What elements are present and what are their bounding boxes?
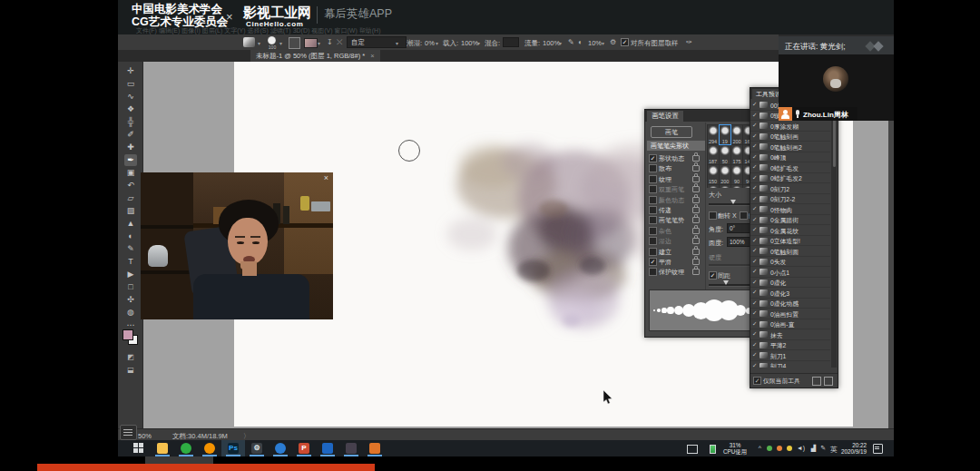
brush-option-checkbox[interactable] (649, 216, 657, 224)
wet-value[interactable]: 0% (425, 39, 435, 47)
tool-preset-item[interactable]: ✓0虚化动感 (750, 299, 830, 309)
taskbar-photoshop[interactable]: Ps (221, 440, 245, 456)
quick-selection-tool[interactable]: ❖ (124, 103, 137, 115)
taskbar-powerpoint[interactable]: P (292, 440, 316, 456)
brush-option-checkbox[interactable] (649, 206, 657, 214)
flip-x-checkbox[interactable] (709, 211, 717, 220)
path-selection-tool[interactable]: ▶ (124, 269, 137, 280)
tool-preset-item[interactable]: ✓0怪物肉 (750, 204, 830, 215)
brush-option-checkbox[interactable] (649, 196, 657, 204)
brush-option[interactable]: 保护纹理 (647, 266, 703, 276)
move-tool[interactable]: ✛ (124, 65, 137, 77)
brush-tip-extra[interactable] (731, 185, 742, 189)
tray-network-icon[interactable]: ▟ (811, 445, 816, 452)
lasso-tool[interactable]: ∿ (124, 91, 137, 103)
taskbar-app-orange[interactable] (363, 440, 387, 456)
brush-tip-19[interactable]: 19 (720, 125, 730, 144)
brush-option-checkbox[interactable] (649, 227, 657, 235)
action-center-icon[interactable] (873, 444, 883, 454)
brush-option-checkbox[interactable] (649, 185, 657, 193)
eraser-tool[interactable]: ▱ (124, 192, 137, 204)
tool-preset-item[interactable]: ✓刻刀1 (750, 350, 830, 361)
marquee-tool[interactable]: ▭ (124, 78, 137, 90)
tool-preset-item[interactable]: ✓0笔触刻画 (750, 132, 830, 142)
mixer-brush-tool[interactable]: ✒ (124, 154, 137, 166)
tool-preset-item[interactable]: ✓0油画-直 (750, 319, 830, 330)
brush-tip-175[interactable]: 175 (731, 145, 742, 164)
brush-load-swatch[interactable] (304, 38, 318, 48)
eyedropper-tool[interactable]: ✐ (124, 129, 137, 141)
taskbar-settings[interactable]: ⚙ (245, 440, 269, 456)
wet-caret-icon[interactable]: ▾ (436, 40, 438, 46)
brush-settings-tab[interactable]: 画笔设置 (647, 111, 683, 122)
tool-preset-item[interactable]: ✓0蜡扩毛发2 (750, 173, 830, 184)
tray-orange-icon[interactable] (777, 446, 782, 451)
smoothing-icon[interactable]: ◐ (578, 38, 583, 46)
tool-preset-item[interactable]: ✓0立体造型! (750, 236, 830, 247)
pen-pressure-icon[interactable]: ✑ (686, 38, 692, 46)
brush-option[interactable]: ✓平滑 (647, 256, 703, 266)
brush-option[interactable]: 散布 (647, 162, 703, 172)
webcam-overlay[interactable]: × (141, 172, 333, 319)
sample-all-layers-checkbox[interactable]: ✓ (621, 38, 629, 46)
zoom-level[interactable]: 50% (138, 432, 152, 440)
tool-preset-item[interactable]: ✓平薄2 (750, 340, 830, 351)
tray-green-icon[interactable] (767, 446, 772, 451)
type-tool[interactable]: T (124, 256, 137, 268)
taskbar-photos[interactable] (316, 440, 339, 456)
tool-preset-item[interactable]: ✓0刻刀2-2 (750, 194, 830, 205)
flip-y-checkbox[interactable] (740, 211, 748, 220)
brush-option[interactable]: ✓形状动态 (647, 152, 703, 162)
taskbar-file-explorer[interactable] (151, 440, 174, 456)
load-caret-icon[interactable]: ▾ (477, 40, 480, 46)
canvas-menu-button[interactable] (120, 425, 137, 440)
airbrush-icon[interactable]: ✎ (568, 38, 574, 46)
brush-option-checkbox[interactable]: ✓ (649, 154, 657, 162)
screen-mode-icon[interactable]: ⬓ (124, 365, 137, 376)
new-preset-icon[interactable] (812, 377, 821, 386)
brush-option-checkbox[interactable] (649, 237, 657, 245)
smoothing-gear-icon[interactable]: ⚙ (610, 38, 616, 46)
brush-tip-90[interactable]: 90 (731, 165, 742, 184)
foreground-color-swatch[interactable] (122, 329, 133, 340)
mixer-brush-tool-icon[interactable] (243, 37, 255, 47)
load-value[interactable]: 100% (461, 39, 478, 47)
brush-tip-294[interactable]: 294 (708, 125, 719, 144)
quick-mask-icon[interactable]: ◩ (124, 352, 137, 363)
brush-tip-150[interactable]: 150 (708, 165, 719, 184)
clone-stamp-tool[interactable]: ▣ (124, 167, 137, 179)
tray-chevron-icon[interactable]: ^ (759, 445, 761, 451)
brush-tip-extra[interactable] (720, 185, 730, 189)
taskbar-app-dark[interactable] (339, 440, 363, 456)
brush-tip-200[interactable]: 200 (731, 125, 742, 144)
brush-option[interactable]: 传递 (647, 204, 703, 214)
tool-preset-item[interactable]: ✓0峰顶 (750, 152, 830, 163)
presets-scrollbar[interactable] (831, 100, 837, 368)
dodge-tool[interactable]: ◐ (124, 231, 137, 242)
spacing-slider-handle[interactable] (723, 280, 729, 285)
zoom-tool[interactable]: ◍ (124, 307, 137, 319)
tray-clock[interactable]: 20:22 2020/9/19 (830, 442, 867, 455)
brush-option-checkbox[interactable] (649, 268, 657, 276)
healing-brush-tool[interactable]: ✚ (124, 142, 137, 153)
tool-preset-item[interactable]: ✓抹去 (750, 329, 830, 340)
tool-preset-item[interactable]: ✓0虚化 (750, 278, 830, 289)
brush-option[interactable]: 杂色 (647, 225, 703, 235)
flow-value[interactable]: 100% (543, 39, 560, 47)
gradient-tool[interactable]: ▨ (124, 205, 137, 217)
document-tab-close-icon[interactable]: × (370, 52, 374, 60)
brush-option[interactable]: 颜色动态 (647, 194, 703, 204)
spacing-checkbox[interactable]: ✓ (709, 271, 717, 280)
flow-caret-icon[interactable]: ▾ (559, 40, 562, 46)
swatch-caret-icon[interactable]: ▾ (318, 40, 320, 46)
brush-option[interactable]: 双重画笔 (647, 183, 703, 193)
brush-tip-200[interactable]: 200 (720, 165, 730, 184)
taskbar-app-search-orange[interactable] (198, 440, 221, 456)
taskbar-app-blue[interactable] (269, 440, 292, 456)
brush-tip-shape-item[interactable]: 画笔笔尖形状 (647, 141, 705, 151)
tool-preset-item[interactable]: ✓0头发 (750, 257, 830, 268)
brushes-button[interactable]: 画笔 (651, 126, 692, 138)
tray-yellow-icon[interactable] (787, 446, 792, 451)
webcam-close-icon[interactable]: × (324, 173, 328, 182)
history-brush-tool[interactable]: ↶ (124, 180, 137, 191)
